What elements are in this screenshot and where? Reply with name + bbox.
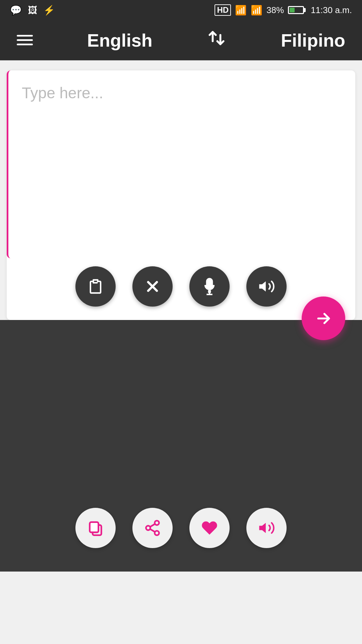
status-bar: 💬 🖼 ⚡ HD 📶 📶 38% 11:30 a.m. (0, 0, 362, 20)
share-output-button[interactable] (132, 508, 173, 548)
swap-languages-button[interactable] (206, 29, 227, 51)
time-display: 11:30 a.m. (311, 5, 352, 15)
status-bar-left: 💬 🖼 ⚡ (10, 5, 55, 16)
signal-icon-2: 📶 (251, 5, 262, 16)
svg-point-5 (155, 521, 159, 525)
battery-icon (288, 6, 304, 14)
hd-indicator: HD (215, 4, 231, 16)
svg-rect-4 (90, 522, 99, 532)
speak-output-button[interactable] (246, 508, 287, 548)
input-card (7, 70, 355, 320)
usb-icon: ⚡ (43, 5, 55, 16)
paste-button[interactable] (75, 266, 116, 307)
translation-input[interactable] (7, 70, 355, 258)
output-area (0, 320, 362, 572)
whatsapp-icon: 💬 (10, 5, 22, 16)
copy-output-button[interactable] (75, 508, 116, 548)
image-icon: 🖼 (28, 5, 37, 16)
battery-percent: 38% (266, 5, 284, 15)
svg-point-6 (146, 526, 150, 530)
translate-button[interactable] (302, 297, 345, 340)
favorite-output-button[interactable] (189, 508, 230, 548)
microphone-button[interactable] (189, 266, 230, 307)
status-bar-right: HD 📶 📶 38% 11:30 a.m. (215, 4, 352, 16)
output-actions (0, 494, 362, 561)
clear-button[interactable] (132, 266, 173, 307)
signal-icon: 📶 (235, 5, 247, 16)
main-content (0, 70, 362, 572)
language-from-button[interactable]: English (87, 30, 153, 51)
speak-input-button[interactable] (246, 266, 287, 307)
menu-button[interactable] (17, 35, 33, 45)
language-to-button[interactable]: Filipino (281, 30, 345, 51)
svg-point-7 (155, 531, 159, 535)
app-toolbar: English Filipino (0, 20, 362, 60)
